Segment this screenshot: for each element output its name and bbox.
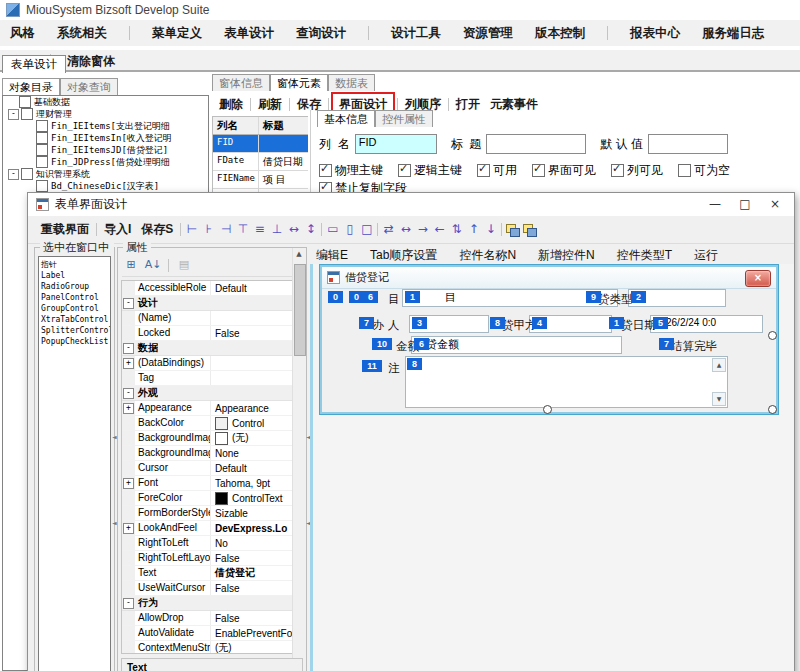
toolbox-item-PanelControl[interactable]: PanelControl	[39, 292, 110, 303]
tab-窗体信息[interactable]: 窗体信息	[212, 74, 270, 91]
tree-checkbox[interactable]	[36, 156, 48, 168]
space-increase-v-icon[interactable]: ↑	[465, 221, 482, 238]
property-row[interactable]: ContextMenuStrip(无)	[122, 641, 302, 654]
same-width-icon[interactable]: ▭	[324, 221, 341, 238]
menu-item-风格[interactable]: 风格	[10, 25, 35, 42]
checkbox-界面可见[interactable]	[532, 164, 545, 177]
designed-form-close-icon[interactable]: ×	[745, 270, 771, 287]
scroll-up-icon[interactable]: ▲	[712, 358, 726, 372]
property-category[interactable]: -设计	[122, 296, 302, 311]
toolbar-button-刷新[interactable]: 刷新	[253, 94, 287, 115]
scroll-up-icon[interactable]: ▲	[293, 248, 305, 261]
align-right-icon[interactable]: ⊣	[217, 221, 234, 238]
property-row[interactable]: +(DataBindings)	[122, 356, 302, 371]
design-menu-新增控件N[interactable]: 新增控件N	[538, 247, 595, 264]
collapse-icon[interactable]: -	[123, 598, 134, 609]
tab-对象查询[interactable]: 对象查询	[60, 78, 118, 95]
resize-handle-bottom[interactable]	[543, 405, 552, 414]
property-category[interactable]: -行为	[122, 596, 302, 611]
expand-icon[interactable]: +	[123, 403, 134, 414]
property-row[interactable]: +LookAndFeelDevExpress.Lo	[122, 521, 302, 536]
resize-handle-right[interactable]	[768, 331, 777, 340]
collapse-icon[interactable]: -	[123, 343, 134, 354]
form-input[interactable]: 贷金额	[411, 336, 622, 354]
property-pages-icon[interactable]: ▤	[175, 257, 193, 273]
menu-item-设计工具[interactable]: 设计工具	[391, 25, 441, 42]
space-equal-h-icon[interactable]: ⇄	[380, 221, 397, 238]
toolbox-item-指针[interactable]: 指针	[39, 259, 110, 270]
expand-icon[interactable]: +	[123, 358, 134, 369]
tree-checkbox[interactable]	[21, 168, 33, 180]
align-middle-v-icon[interactable]: ≡	[251, 221, 268, 238]
table-row[interactable]: FIEName项 目	[213, 171, 308, 189]
tree-item[interactable]: Fin_IEItemsJD[借贷登记]	[3, 144, 208, 156]
space-increase-h-icon[interactable]: ↔	[397, 221, 414, 238]
bring-to-front-icon[interactable]	[504, 221, 521, 238]
tree-item[interactable]: -理财管理	[3, 108, 208, 120]
menu-item-服务端日志[interactable]: 服务端日志	[702, 25, 765, 42]
toolbar-button-删除[interactable]: 删除	[214, 94, 248, 115]
design-menu-运行[interactable]: 运行	[694, 247, 718, 264]
property-row[interactable]: BackgroundImage(无)	[122, 431, 302, 446]
tab-基本信息[interactable]: 基本信息	[317, 110, 375, 127]
expand-icon[interactable]: +	[123, 523, 134, 534]
tab-表单设计[interactable]: 表单设计	[2, 55, 66, 73]
property-row[interactable]: UseWaitCursorFalse	[122, 581, 302, 596]
alphabetical-icon[interactable]: A↓	[144, 257, 162, 273]
tree-item[interactable]: 基础数据	[3, 96, 208, 108]
property-row[interactable]: ForeColorControlText	[122, 491, 302, 506]
table-row[interactable]: FID	[213, 135, 308, 153]
collapse-icon[interactable]: -	[123, 388, 134, 399]
menu-item-查询设计[interactable]: 查询设计	[296, 25, 346, 42]
property-row[interactable]: LockedFalse	[122, 326, 302, 341]
property-row[interactable]: FormBorderStyleSizable	[122, 506, 302, 521]
menu-item-菜单定义[interactable]: 菜单定义	[152, 25, 202, 42]
field-input-2[interactable]	[648, 134, 728, 154]
property-row[interactable]: Tag	[122, 371, 302, 386]
design-menu-控件类型T[interactable]: 控件类型T	[617, 247, 672, 264]
splitter-collapse-icon[interactable]: ◄	[112, 519, 117, 526]
menu-item-表单设计[interactable]: 表单设计	[224, 25, 274, 42]
table-row[interactable]: FDate借贷日期	[213, 153, 308, 171]
tree-checkbox[interactable]	[21, 108, 33, 120]
form-input[interactable]: ▲▼	[405, 356, 728, 408]
tab-控件属性[interactable]: 控件属性	[375, 110, 433, 127]
align-bottom-icon[interactable]: ⊥	[268, 221, 285, 238]
property-row[interactable]: BackgroundImageLayoutNone	[122, 446, 302, 461]
close-button[interactable]: ×	[760, 193, 790, 215]
tree-checkbox[interactable]	[19, 96, 31, 108]
tab-窗体元素[interactable]: 窗体元素	[270, 74, 328, 91]
tree-checkbox[interactable]	[36, 144, 48, 156]
tree-item[interactable]: Fin_IEItems[支出登记明细	[3, 120, 208, 132]
form-label[interactable]: 结算完毕	[671, 339, 717, 354]
splitter-collapse-icon[interactable]: ◄	[112, 433, 117, 440]
toolbox-item-XtraTabControl[interactable]: XtraTabControl	[39, 314, 110, 325]
space-decrease-h-icon[interactable]: →	[414, 221, 431, 238]
tree-item[interactable]: Fin_JDPress[借贷处理明细	[3, 156, 208, 168]
design-menu-控件名称N[interactable]: 控件名称N	[459, 247, 516, 264]
tree-checkbox[interactable]	[36, 132, 48, 144]
same-size-icon[interactable]: □	[358, 221, 375, 238]
checkbox-可用[interactable]	[477, 164, 490, 177]
collapse-icon[interactable]: -	[8, 109, 19, 120]
space-decrease-v-icon[interactable]: ↓	[482, 221, 499, 238]
form-label[interactable]: 贷类型	[598, 292, 633, 307]
field-input-0[interactable]: FID	[355, 134, 437, 154]
same-height-icon[interactable]: ▯	[341, 221, 358, 238]
toolbox-item-GroupControl[interactable]: GroupControl	[39, 303, 110, 314]
maximize-button[interactable]: □	[730, 193, 760, 215]
design-menu-Tab顺序设置[interactable]: Tab顺序设置	[370, 247, 437, 264]
tree-checkbox[interactable]	[36, 120, 48, 132]
expand-icon[interactable]: +	[123, 478, 134, 489]
property-row[interactable]: (Name)	[122, 311, 302, 326]
align-left-icon[interactable]: ⊢	[183, 221, 200, 238]
resize-handle-corner[interactable]	[768, 405, 777, 414]
scrollbar-thumb[interactable]	[294, 264, 306, 356]
designer-button-保存S[interactable]: 保存S	[136, 219, 178, 240]
property-row[interactable]: RightToLeftNo	[122, 536, 302, 551]
quick-item-清除窗体[interactable]: 清除窗体	[67, 53, 115, 70]
property-row[interactable]: Text借贷登记	[122, 566, 302, 581]
tab-数据表[interactable]: 数据表	[328, 74, 375, 91]
center-vertical-icon[interactable]: ↕	[302, 221, 319, 238]
space-equal-v-icon[interactable]: ⇅	[448, 221, 465, 238]
